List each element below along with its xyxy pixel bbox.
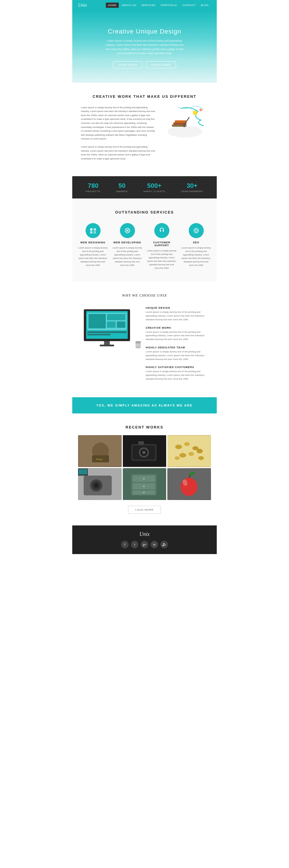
why-brand: Unix bbox=[157, 293, 167, 298]
service-customer-support: CUSTOMER SUPPORT Lorem Ipsum is simply d… bbox=[147, 223, 177, 270]
svg-rect-10 bbox=[90, 231, 93, 234]
cup-decoration bbox=[134, 340, 143, 350]
stat-clients-label: HAPPY CLIENTS bbox=[143, 190, 165, 193]
work-item-4[interactable] bbox=[78, 468, 122, 500]
work-2-svg bbox=[123, 435, 167, 467]
work-5-svg bbox=[123, 468, 167, 500]
seo-svg bbox=[193, 227, 200, 234]
work-item-2[interactable] bbox=[123, 435, 167, 467]
hero-section: Creative Unique Design Lorem Ipsum is si… bbox=[72, 10, 217, 83]
svg-point-53 bbox=[196, 449, 203, 454]
svg-rect-26 bbox=[104, 341, 110, 345]
stats-bar: 780 PROJECTS 50 AWARDS 500+ HAPPY CLIENT… bbox=[72, 176, 217, 198]
nav-contact[interactable]: CONTACT bbox=[180, 3, 198, 8]
hero-description: Lorem Ipsum is simply dummy text of the … bbox=[104, 39, 185, 56]
feature-creative-work-title: CREATIVE WORK bbox=[146, 327, 208, 329]
service-web-design: WEB DESIGNING Lorem Ipsum is simply dumm… bbox=[78, 223, 108, 270]
social-twitter[interactable]: t bbox=[131, 541, 138, 548]
creative-content: Lorem Ipsum is simply dummy text of the … bbox=[81, 105, 208, 165]
svg-point-5 bbox=[200, 108, 202, 112]
service-seo: SEO Lorem Ipsum is simply dummy text of … bbox=[181, 223, 211, 270]
work-item-5[interactable] bbox=[123, 468, 167, 500]
svg-point-55 bbox=[198, 456, 204, 460]
work-thumbnail-5 bbox=[123, 468, 167, 500]
svg-point-70 bbox=[143, 492, 145, 493]
social-rss[interactable] bbox=[160, 541, 168, 548]
service-seo-desc: Lorem Ipsum is simply dummy text of the … bbox=[181, 246, 211, 267]
feature-dedicated-team-desc: Lorem Ipsum is simply dummy text of the … bbox=[146, 350, 208, 361]
nav-portfolio[interactable]: PORTFOLIO bbox=[158, 3, 179, 8]
works-section: RECENT WORKS Riding bbox=[72, 413, 217, 525]
svg-point-4 bbox=[193, 111, 197, 115]
why-image bbox=[81, 306, 139, 354]
nav-about[interactable]: ABOUT US bbox=[119, 3, 138, 8]
load-more-button[interactable]: LOAD MORE bbox=[128, 506, 161, 514]
social-linkedin[interactable]: in bbox=[151, 541, 158, 548]
svg-rect-28 bbox=[88, 314, 106, 329]
works-title: RECENT WORKS bbox=[78, 425, 211, 429]
feature-creative-work-desc: Lorem Ipsum is simply dummy text of the … bbox=[146, 331, 208, 341]
footer-logo: Unix bbox=[78, 531, 211, 537]
svg-rect-24 bbox=[87, 331, 127, 333]
work-6-svg bbox=[167, 468, 211, 500]
work-item-6[interactable] bbox=[167, 468, 211, 500]
service-customer-support-title: CUSTOMER SUPPORT bbox=[147, 241, 177, 247]
svg-point-49 bbox=[184, 442, 190, 446]
stat-clients: 500+ HAPPY CLIENTS bbox=[143, 182, 165, 193]
svg-point-34 bbox=[136, 347, 141, 348]
svg-rect-29 bbox=[107, 314, 125, 320]
stat-team: 30+ TEAM MEMBERS bbox=[181, 182, 203, 193]
service-web-dev: WEB DEVELOPING Lorem Ipsum is simply dum… bbox=[112, 223, 142, 270]
web-design-svg bbox=[89, 227, 97, 234]
learn-more-button[interactable]: LEARN MORE bbox=[146, 61, 176, 68]
hero-title: Creative Unique Design bbox=[78, 28, 211, 35]
why-features: UNIQUE DESIGN Lorem Ipsum is simply dumm… bbox=[146, 306, 208, 386]
feature-dedicated-team: HIGHLY DEDICATED TEAM Lorem Ipsum is sim… bbox=[146, 346, 208, 361]
stat-awards-number: 50 bbox=[116, 182, 128, 189]
stat-projects: 780 PROJECTS bbox=[86, 182, 101, 193]
web-dev-svg bbox=[124, 227, 131, 234]
customer-support-svg bbox=[158, 227, 165, 234]
svg-rect-31 bbox=[117, 321, 125, 328]
social-google-plus[interactable]: g+ bbox=[141, 541, 148, 548]
nav-blog[interactable]: BLOG bbox=[198, 3, 211, 8]
show-work-button[interactable]: SHOW WORK bbox=[113, 61, 142, 68]
work-4-svg bbox=[78, 468, 122, 500]
creative-section: CREATIVE WORK THAT MAKE US DIFFERENT Lor… bbox=[72, 83, 217, 177]
svg-rect-8 bbox=[90, 228, 93, 230]
svg-rect-25 bbox=[87, 334, 110, 335]
feature-satisfied-customers-title: HIGHLY SATISFIED CUSTOMERS bbox=[146, 366, 208, 369]
service-web-design-icon bbox=[85, 223, 101, 238]
feature-satisfied-customers: HIGHLY SATISFIED CUSTOMERS Lorem Ipsum i… bbox=[146, 366, 208, 381]
svg-rect-30 bbox=[107, 321, 116, 328]
service-web-dev-icon bbox=[120, 223, 135, 238]
stat-awards-label: AWARDS bbox=[116, 190, 128, 193]
amazing-text: YES, WE SIMPLY AMAZING AS ALWAYS WE ARE bbox=[79, 404, 210, 407]
work-thumbnail-2 bbox=[123, 435, 167, 467]
work-thumbnail-6 bbox=[167, 468, 211, 500]
footer-social: f t g+ in bbox=[78, 541, 211, 548]
svg-point-16 bbox=[195, 229, 197, 232]
service-web-design-desc: Lorem Ipsum is simply dummy text of the … bbox=[78, 246, 108, 267]
feature-dedicated-team-title: HIGHLY DEDICATED TEAM bbox=[146, 346, 208, 349]
service-seo-title: SEO bbox=[181, 241, 211, 244]
nav-services[interactable]: SERVICES bbox=[139, 3, 158, 8]
nav-logo[interactable]: Unix bbox=[78, 3, 87, 8]
works-grid: Riding bbox=[78, 435, 211, 500]
creative-para1: Lorem Ipsum is simply dummy text of the … bbox=[81, 105, 156, 141]
nav-home[interactable]: HOME bbox=[106, 3, 119, 8]
services-section: OUTSTANDING SERVICES WEB DESIGNING Lorem… bbox=[72, 198, 217, 281]
creative-image bbox=[162, 105, 208, 140]
svg-point-77 bbox=[162, 545, 164, 546]
why-section: WHY WE CHOOSE Unix bbox=[72, 281, 217, 397]
work-item-1[interactable]: Riding bbox=[78, 435, 122, 467]
work-thumbnail-4 bbox=[78, 468, 122, 500]
services-grid: WEB DESIGNING Lorem Ipsum is simply dumm… bbox=[78, 223, 211, 270]
stat-team-label: TEAM MEMBERS bbox=[181, 190, 203, 193]
social-facebook[interactable]: f bbox=[121, 541, 129, 548]
rss-icon bbox=[162, 543, 166, 546]
amazing-banner: YES, WE SIMPLY AMAZING AS ALWAYS WE ARE bbox=[72, 397, 217, 413]
work-item-3[interactable] bbox=[167, 435, 211, 467]
monitor-svg bbox=[81, 306, 139, 353]
service-customer-support-icon bbox=[154, 223, 169, 238]
